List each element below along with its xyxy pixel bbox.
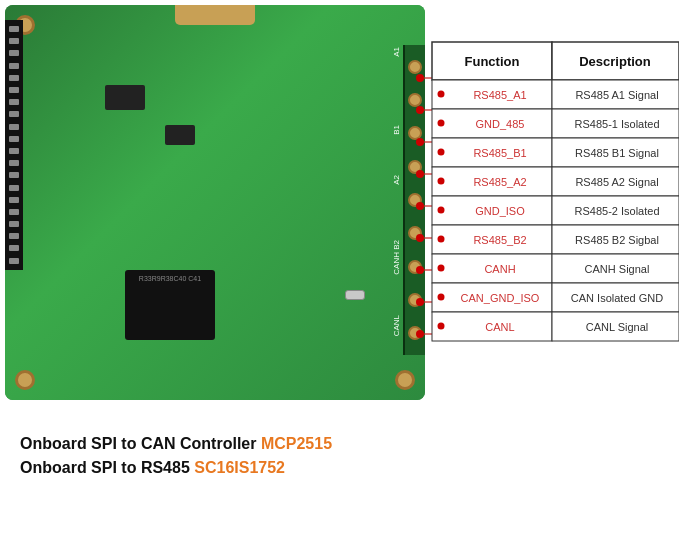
svg-text:CANL: CANL bbox=[485, 321, 514, 333]
gpio-pin bbox=[9, 26, 19, 32]
svg-text:CANL Signal: CANL Signal bbox=[586, 321, 649, 333]
svg-text:RS485_A1: RS485_A1 bbox=[473, 89, 526, 101]
terminal-pin bbox=[408, 126, 422, 140]
gpio-pin bbox=[9, 50, 19, 56]
svg-text:CAN Isolated GND: CAN Isolated GND bbox=[571, 292, 663, 304]
gpio-pin bbox=[9, 245, 19, 251]
pcb-corner-br bbox=[395, 370, 415, 390]
gpio-pin bbox=[9, 99, 19, 105]
terminal-pin bbox=[408, 193, 422, 207]
svg-rect-57 bbox=[432, 283, 552, 312]
svg-rect-63 bbox=[552, 312, 679, 341]
svg-rect-62 bbox=[432, 312, 552, 341]
svg-point-39 bbox=[438, 178, 445, 185]
pcb-board: R33R9R38C40 C41 A1 B1 A2 CANH B2 CANL bbox=[5, 5, 425, 400]
svg-rect-53 bbox=[552, 254, 679, 283]
image-section: R33R9R38C40 C41 A1 B1 A2 CANH B2 CANL bbox=[0, 0, 679, 420]
svg-point-44 bbox=[438, 207, 445, 214]
gpio-connector bbox=[5, 20, 23, 270]
pcb-corner-bl bbox=[15, 370, 35, 390]
terminal-pin bbox=[408, 226, 422, 240]
svg-text:RS485 B1 Signal: RS485 B1 Signal bbox=[575, 147, 659, 159]
terminal-pin bbox=[408, 160, 422, 174]
gpio-pin bbox=[9, 197, 19, 203]
svg-rect-27 bbox=[432, 109, 552, 138]
gpio-pin bbox=[9, 124, 19, 130]
terminal-pin bbox=[408, 260, 422, 274]
svg-text:Function: Function bbox=[465, 54, 520, 69]
gpio-pin bbox=[9, 111, 19, 117]
svg-rect-33 bbox=[552, 138, 679, 167]
ic-chip-main: R33R9R38C40 C41 bbox=[125, 270, 215, 340]
svg-text:RS485_A2: RS485_A2 bbox=[473, 176, 526, 188]
main-container: R33R9R38C40 C41 A1 B1 A2 CANH B2 CANL bbox=[0, 0, 679, 551]
svg-rect-52 bbox=[432, 254, 552, 283]
footer-line2-highlight: SC16IS1752 bbox=[194, 459, 285, 476]
pcb-label-can: CANL bbox=[392, 315, 401, 336]
gpio-pin bbox=[9, 148, 19, 154]
svg-rect-38 bbox=[552, 167, 679, 196]
svg-text:GND_485: GND_485 bbox=[476, 118, 525, 130]
svg-text:RS485-1 Isolated: RS485-1 Isolated bbox=[575, 118, 660, 130]
gpio-pin bbox=[9, 38, 19, 44]
gpio-pin bbox=[9, 233, 19, 239]
ic-main-label: R33R9R38C40 C41 bbox=[125, 275, 215, 282]
svg-rect-18 bbox=[432, 42, 552, 80]
footer-line2-prefix: Onboard SPI to RS485 bbox=[20, 459, 194, 476]
svg-text:CANH Signal: CANH Signal bbox=[585, 263, 650, 275]
gpio-pin bbox=[9, 221, 19, 227]
svg-rect-48 bbox=[552, 225, 679, 254]
gpio-pin bbox=[9, 160, 19, 166]
footer-line1-highlight: MCP2515 bbox=[261, 435, 332, 452]
svg-rect-28 bbox=[552, 109, 679, 138]
svg-text:CAN_GND_ISO: CAN_GND_ISO bbox=[461, 292, 540, 304]
gpio-pin bbox=[9, 172, 19, 178]
svg-rect-47 bbox=[432, 225, 552, 254]
svg-text:RS485_B1: RS485_B1 bbox=[473, 147, 526, 159]
pcb-label-a1: A1 bbox=[392, 47, 401, 57]
svg-text:RS485-2 Isolated: RS485-2 Isolated bbox=[575, 205, 660, 217]
svg-rect-58 bbox=[552, 283, 679, 312]
svg-point-24 bbox=[438, 91, 445, 98]
pcb-notch bbox=[175, 5, 255, 25]
svg-rect-22 bbox=[432, 80, 552, 109]
svg-text:RS485 B2 Sigbal: RS485 B2 Sigbal bbox=[575, 234, 659, 246]
crystal bbox=[345, 290, 365, 300]
ic-chip-small2 bbox=[165, 125, 195, 145]
svg-rect-43 bbox=[552, 196, 679, 225]
text-section: Onboard SPI to CAN Controller MCP2515 On… bbox=[0, 420, 679, 490]
pcb-label-b1: B1 bbox=[392, 125, 401, 135]
svg-point-34 bbox=[438, 149, 445, 156]
terminal-pin bbox=[408, 60, 422, 74]
pcb-label-a2: A2 bbox=[392, 175, 401, 185]
gpio-pin bbox=[9, 258, 19, 264]
svg-text:Description: Description bbox=[579, 54, 651, 69]
terminal-pin bbox=[408, 326, 422, 340]
gpio-pin bbox=[9, 87, 19, 93]
svg-text:CANH: CANH bbox=[484, 263, 515, 275]
svg-text:GND_ISO: GND_ISO bbox=[475, 205, 525, 217]
gpio-pin bbox=[9, 185, 19, 191]
svg-point-29 bbox=[438, 120, 445, 127]
pcb-label-b2: CANH B2 bbox=[392, 240, 401, 275]
footer-line2: Onboard SPI to RS485 SC16IS1752 bbox=[20, 456, 659, 480]
svg-point-54 bbox=[438, 265, 445, 272]
ic-chip-small1 bbox=[105, 85, 145, 110]
gpio-pin bbox=[9, 136, 19, 142]
svg-text:RS485 A2 Signal: RS485 A2 Signal bbox=[575, 176, 658, 188]
svg-rect-23 bbox=[552, 80, 679, 109]
terminal-block bbox=[403, 45, 425, 355]
gpio-pin bbox=[9, 75, 19, 81]
svg-text:RS485_B2: RS485_B2 bbox=[473, 234, 526, 246]
terminal-pin bbox=[408, 93, 422, 107]
svg-rect-42 bbox=[432, 196, 552, 225]
svg-rect-37 bbox=[432, 167, 552, 196]
footer-line1: Onboard SPI to CAN Controller MCP2515 bbox=[20, 432, 659, 456]
svg-text:RS485 A1 Signal: RS485 A1 Signal bbox=[575, 89, 658, 101]
gpio-pin bbox=[9, 63, 19, 69]
footer-line1-prefix: Onboard SPI to CAN Controller bbox=[20, 435, 261, 452]
svg-point-59 bbox=[438, 294, 445, 301]
svg-point-49 bbox=[438, 236, 445, 243]
terminal-pin bbox=[408, 293, 422, 307]
svg-rect-32 bbox=[432, 138, 552, 167]
